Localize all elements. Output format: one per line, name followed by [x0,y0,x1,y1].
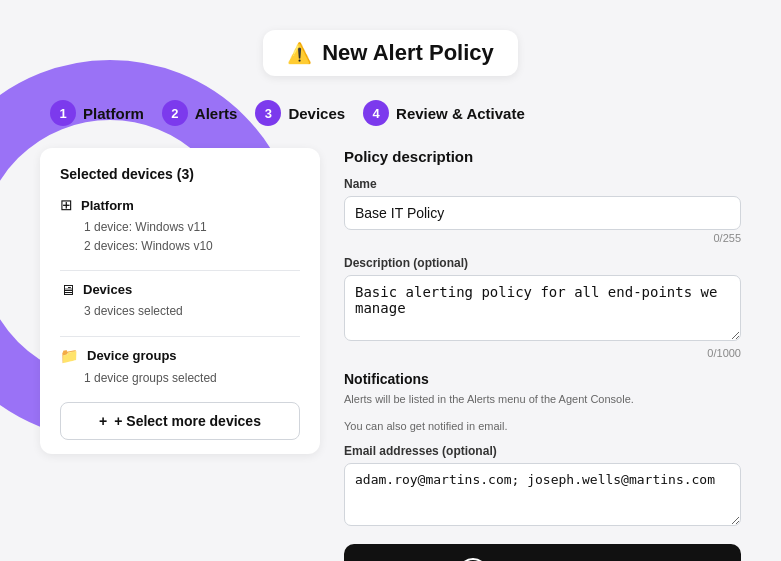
title-badge: ⚠️ New Alert Policy [263,30,518,76]
page-title: New Alert Policy [322,40,494,66]
device-groups-section: 📁 Device groups 1 device groups selected [60,347,300,388]
alert-triangle-icon: ⚠️ [287,41,312,65]
description-label: Description (optional) [344,256,741,270]
step-1-num: 1 [50,100,76,126]
divider-1 [60,270,300,271]
device-groups-header: 📁 Device groups [60,347,300,365]
step-4[interactable]: 4 Review & Activate [363,100,525,126]
name-char-count: 0/255 [344,232,741,244]
select-more-plus-icon: + [99,413,107,429]
activate-policy-button[interactable]: Activate policy [344,544,741,561]
right-panel: Policy description Name 0/255 Descriptio… [344,148,741,561]
device-groups-sub-1: 1 device groups selected [60,369,300,388]
device-groups-name: Device groups [87,348,177,363]
select-more-button[interactable]: + + Select more devices [60,402,300,440]
folder-icon: 📁 [60,347,79,365]
name-field-group: Name 0/255 [344,177,741,244]
platform-header: ⊞ Platform [60,196,300,214]
steps-bar: 1 Platform 2 Alerts 3 Devices 4 Review &… [40,100,741,126]
step-3-num: 3 [255,100,281,126]
description-textarea[interactable] [344,275,741,341]
name-label: Name [344,177,741,191]
step-3-label: Devices [288,105,345,122]
platform-sub-2: 2 devices: Windows v10 [60,237,300,256]
notifications-sub-2: You can also get notified in email. [344,418,741,435]
desc-char-count: 0/1000 [344,347,741,359]
email-textarea[interactable] [344,463,741,526]
name-input[interactable] [344,196,741,230]
platform-sub-1: 1 device: Windows v11 [60,218,300,237]
platform-name: Platform [81,198,134,213]
page-title-area: ⚠️ New Alert Policy [40,30,741,76]
devices-name: Devices [83,282,132,297]
notifications-section: Notifications Alerts will be listed in t… [344,371,741,530]
notifications-title: Notifications [344,371,741,387]
step-2-num: 2 [162,100,188,126]
platform-section: ⊞ Platform 1 device: Windows v11 2 devic… [60,196,300,256]
devices-sub-1: 3 devices selected [60,302,300,321]
devices-header: 🖥 Devices [60,281,300,298]
select-more-label: + Select more devices [114,413,261,429]
divider-2 [60,336,300,337]
step-1-label: Platform [83,105,144,122]
email-label: Email addresses (optional) [344,444,741,458]
step-2[interactable]: 2 Alerts [162,100,238,126]
left-panel: Selected devices (3) ⊞ Platform 1 device… [40,148,320,454]
step-4-label: Review & Activate [396,105,525,122]
step-3[interactable]: 3 Devices [255,100,345,126]
platform-icon: ⊞ [60,196,73,214]
policy-description-title: Policy description [344,148,741,165]
notifications-sub-1: Alerts will be listed in the Alerts menu… [344,391,741,408]
step-2-label: Alerts [195,105,238,122]
monitor-icon: 🖥 [60,281,75,298]
description-field-group: Description (optional) 0/1000 [344,256,741,359]
step-1[interactable]: 1 Platform [50,100,144,126]
selected-devices-title: Selected devices (3) [60,166,300,182]
devices-section: 🖥 Devices 3 devices selected [60,281,300,321]
main-area: Selected devices (3) ⊞ Platform 1 device… [40,148,741,561]
step-4-num: 4 [363,100,389,126]
